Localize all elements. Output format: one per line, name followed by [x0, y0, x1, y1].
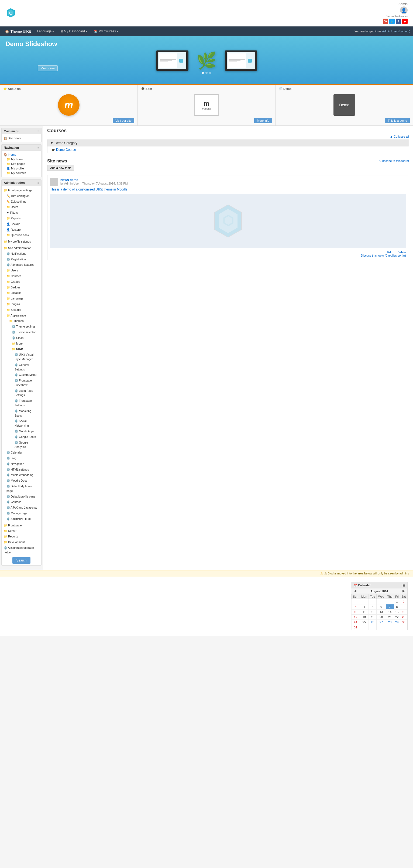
- youtube-icon[interactable]: ▶: [402, 19, 408, 24]
- cal-day[interactable]: 26: [369, 620, 376, 625]
- admin-moodle-docs[interactable]: ⚙️ Moodle Docs: [6, 478, 39, 484]
- cal-day[interactable]: 31: [351, 625, 360, 630]
- admin-mobile-apps[interactable]: ⚙️ Mobile Apps: [14, 429, 39, 434]
- admin-google-analytics[interactable]: ⚙️ Google Analytics: [14, 440, 39, 450]
- admin-more[interactable]: 📁 More: [12, 341, 39, 346]
- admin-front-page[interactable]: 📁 Front page: [4, 523, 39, 528]
- admin-default-profile[interactable]: ⚙️ Default profile page: [6, 494, 39, 499]
- admin-edit-settings[interactable]: ✏️ Edit settings: [6, 199, 39, 205]
- navigation-toggle[interactable]: ≡: [37, 146, 39, 149]
- nav-brand[interactable]: 🏠 Theme UIKit: [3, 29, 33, 33]
- admin-appearance[interactable]: 📁 Appearance: [6, 313, 39, 318]
- view-more-button[interactable]: View more: [38, 65, 58, 71]
- admin-manage-tags[interactable]: ⚙️ Manage tags: [6, 510, 39, 516]
- admin-security[interactable]: 📁 Security: [6, 307, 39, 313]
- cal-day[interactable]: 7: [386, 604, 394, 610]
- cal-day[interactable]: 20: [377, 615, 386, 620]
- cal-day[interactable]: 8: [394, 604, 400, 610]
- nav-my-profile-link[interactable]: 👤 My profile: [6, 166, 39, 171]
- cal-day[interactable]: 3: [351, 604, 360, 610]
- admin-location[interactable]: 📁 Location: [6, 290, 39, 296]
- admin-additional-html[interactable]: ⚙️ Additional HTML: [6, 516, 39, 522]
- slide-dot-1[interactable]: [202, 72, 204, 74]
- cal-day[interactable]: 12: [369, 610, 376, 615]
- cal-day[interactable]: 16: [400, 610, 407, 615]
- admin-social-networking[interactable]: ⚙️ Social Networking: [14, 418, 39, 429]
- cal-day[interactable]: 18: [359, 615, 369, 620]
- admin-question-bank[interactable]: 📁 Question bank: [6, 232, 39, 238]
- admin-courses[interactable]: 📁 Courses: [6, 273, 39, 279]
- site-news-link[interactable]: 📋 Site news: [4, 136, 39, 140]
- admin-reports[interactable]: 📁 Reports: [6, 216, 39, 221]
- nav-site-pages-link[interactable]: 📁 Site pages: [6, 162, 39, 166]
- admin-backup[interactable]: 👤 Backup: [6, 221, 39, 227]
- add-new-topic-button[interactable]: Add a new topic: [47, 165, 74, 171]
- admin-theme-settings[interactable]: ⚙️ Theme settings: [12, 324, 39, 330]
- admin-site-administration[interactable]: 📁 Site administration: [4, 245, 39, 251]
- admin-uikit[interactable]: 📁 UIKit: [12, 346, 39, 352]
- facebook-icon[interactable]: f: [396, 19, 401, 24]
- cal-day[interactable]: 15: [394, 610, 400, 615]
- admin-grades[interactable]: 📁 Grades: [6, 279, 39, 285]
- cal-day[interactable]: 29: [394, 620, 400, 625]
- language-menu[interactable]: Language ▾: [35, 26, 56, 36]
- admin-front-page-settings[interactable]: 📁 Front page settings: [4, 188, 39, 193]
- admin-blog[interactable]: ⚙️ Blog: [6, 456, 39, 461]
- cal-day[interactable]: 21: [386, 615, 394, 620]
- admin-notifications[interactable]: ⚙️ Notifications: [6, 251, 39, 257]
- admin-google-fonts[interactable]: ⚙️ Google Fonts: [14, 434, 39, 440]
- admin-turn-editing-on[interactable]: ✏️ Turn editing on: [6, 193, 39, 199]
- cal-day[interactable]: 9: [400, 604, 407, 610]
- admin-navigation[interactable]: ⚙️ Navigation: [6, 461, 39, 467]
- edit-post-link[interactable]: Edit: [387, 251, 392, 254]
- admin-custom-menu[interactable]: ⚙️ Custom Menu: [14, 372, 39, 378]
- admin-ajax-javascript[interactable]: ⚙️ AJAX and Javascript: [6, 505, 39, 510]
- cal-day[interactable]: 19: [369, 615, 376, 620]
- logout-link[interactable]: (Log out): [399, 30, 410, 33]
- news-post-title[interactable]: News demo: [60, 178, 128, 182]
- admin-marketing-spots[interactable]: ⚙️ Marketing Spots: [14, 408, 39, 418]
- cal-day[interactable]: 1: [394, 599, 400, 604]
- courses-menu[interactable]: 📚 My Courses ▾: [91, 26, 121, 36]
- admin-language[interactable]: 📁 Language: [6, 296, 39, 301]
- admin-themes[interactable]: 📁 Themes: [9, 318, 39, 324]
- admin-general-settings[interactable]: ⚙️ General Settings: [14, 362, 39, 372]
- cal-day[interactable]: 23: [400, 615, 407, 620]
- slide-dot-2[interactable]: [205, 72, 208, 74]
- admin-frontpage-slideshow[interactable]: ⚙️ Frontpage Slideshow: [14, 378, 39, 388]
- cal-day[interactable]: 22: [394, 615, 400, 620]
- search-button[interactable]: Search: [12, 557, 30, 564]
- admin-restore[interactable]: 👤 Restore: [6, 227, 39, 232]
- cal-day[interactable]: 2: [400, 599, 407, 604]
- discuss-topic-link[interactable]: Discuss this topic (0 replies so far): [50, 254, 406, 257]
- admin-development[interactable]: 📁 Development: [4, 539, 39, 545]
- calendar-collapse-icon[interactable]: ▣: [403, 584, 405, 587]
- cal-day[interactable]: 25: [359, 620, 369, 625]
- cal-day[interactable]: 30: [400, 620, 407, 625]
- delete-post-link[interactable]: Delete: [398, 251, 406, 254]
- cal-day[interactable]: 14: [386, 610, 394, 615]
- cal-day[interactable]: 27: [377, 620, 386, 625]
- demo-course-item[interactable]: 🎓 Demo Course: [47, 146, 409, 153]
- administration-toggle[interactable]: ≡: [37, 181, 39, 184]
- dashboard-menu[interactable]: ⊞ My Dashboard ▾: [58, 26, 90, 36]
- cal-day[interactable]: 17: [351, 615, 360, 620]
- admin-user-link[interactable]: Admin User: [382, 30, 398, 33]
- admin-my-profile-settings[interactable]: 📁 My profile settings: [4, 239, 39, 244]
- admin-media-embedding[interactable]: ⚙️ Media embedding: [6, 472, 39, 478]
- admin-reports-2[interactable]: 📁 Reports: [4, 534, 39, 539]
- admin-clean[interactable]: ⚙️ Clean: [12, 335, 39, 341]
- admin-default-my-home[interactable]: ⚙️ Default My home page: [6, 484, 39, 494]
- nav-home-link[interactable]: 🏠 Home: [4, 152, 39, 157]
- subscribe-to-forum-link[interactable]: Subscribe to this forum: [379, 159, 409, 162]
- admin-assignment-upgrade[interactable]: ⚙️ Assignment upgrade helper: [4, 545, 39, 555]
- admin-plugins[interactable]: 📁 Plugins: [6, 301, 39, 307]
- admin-registration[interactable]: ⚙️ Registration: [6, 257, 39, 262]
- admin-advanced-features[interactable]: ⚙️ Advanced features: [6, 262, 39, 268]
- more-info-button[interactable]: More info: [254, 118, 272, 123]
- cal-day[interactable]: 10: [351, 610, 360, 615]
- admin-filters[interactable]: ▼ Filters: [6, 210, 39, 216]
- cal-day[interactable]: 4: [359, 604, 369, 610]
- collapse-all-link[interactable]: ▲ Collapse all: [47, 135, 409, 138]
- admin-theme-selector[interactable]: ⚙️ Theme selector: [12, 330, 39, 335]
